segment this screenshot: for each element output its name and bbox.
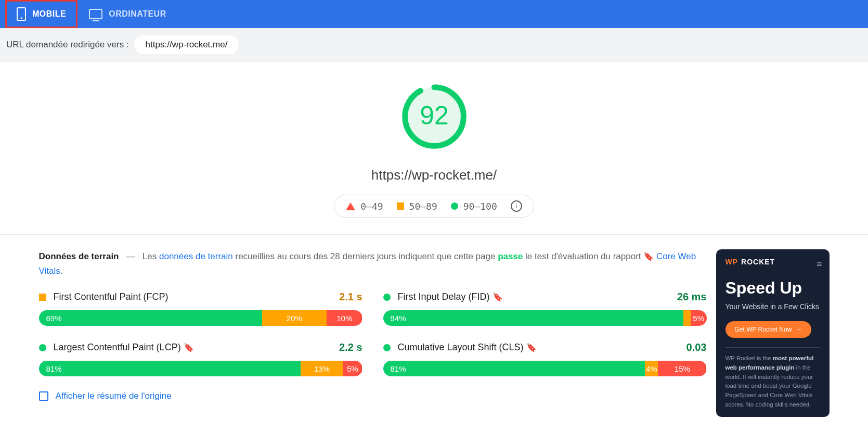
metric-fid: First Input Delay (FID) 🔖 26 ms 94% 5% bbox=[383, 291, 707, 326]
metric-fcp: First Contentful Paint (FCP) 2.1 s 69% 2… bbox=[39, 291, 362, 326]
preview-brand: WP ROCKET bbox=[726, 258, 820, 266]
tab-mobile-label: MOBILE bbox=[32, 9, 66, 19]
bookmark-icon: 🔖 bbox=[184, 343, 194, 352]
field-data-section: Données de terrain — Les données de terr… bbox=[34, 235, 835, 417]
redirect-bar: URL demandée redirigée vers : https://wp… bbox=[0, 28, 868, 62]
metric-fid-value: 26 ms bbox=[677, 291, 707, 303]
field-data-intro: Données de terrain — Les données de terr… bbox=[39, 249, 707, 278]
score-value: 92 bbox=[420, 101, 448, 130]
tested-url: https://wp-rocket.me/ bbox=[0, 167, 868, 183]
mobile-icon bbox=[17, 7, 26, 21]
metric-lcp: Largest Contentful Paint (LCP) 🔖 2.2 s 8… bbox=[39, 341, 362, 376]
legend-low: 0–49 bbox=[360, 201, 383, 212]
metric-fcp-value: 2.1 s bbox=[339, 291, 362, 303]
checkbox-icon bbox=[39, 391, 48, 401]
preview-desc: WP Rocket is the most powerful web perfo… bbox=[726, 354, 820, 410]
device-tabs: MOBILE ORDINATEUR bbox=[0, 0, 868, 28]
info-icon[interactable]: i bbox=[511, 200, 522, 212]
metric-fcp-bar: 69% 20% 10% bbox=[39, 310, 362, 326]
metric-cls: Cumulative Layout Shift (CLS) 🔖 0.03 81%… bbox=[383, 341, 707, 376]
arrow-icon: → bbox=[796, 326, 802, 333]
score-legend: 0–49 50–89 90–100 i bbox=[334, 195, 534, 218]
circle-icon bbox=[383, 294, 391, 301]
legend-high: 90–100 bbox=[463, 201, 497, 212]
metric-cls-name: Cumulative Layout Shift (CLS) 🔖 bbox=[398, 342, 679, 353]
legend-mid: 50–89 bbox=[409, 201, 437, 212]
origin-summary-label: Afficher le résumé de l'origine bbox=[56, 391, 172, 401]
preview-sub: Your Website in a Few Clicks bbox=[726, 302, 820, 312]
redirect-label: URL demandée redirigée vers : bbox=[6, 40, 129, 50]
menu-icon: ≡ bbox=[817, 259, 822, 270]
circle-icon bbox=[39, 344, 46, 351]
metric-lcp-value: 2.2 s bbox=[339, 341, 362, 353]
score-gauge: 92 bbox=[400, 83, 468, 150]
triangle-icon bbox=[346, 202, 355, 210]
origin-summary-toggle[interactable]: Afficher le résumé de l'origine bbox=[39, 391, 707, 401]
preview-cta: Get WP Rocket Now→ bbox=[726, 321, 812, 338]
metrics-grid: First Contentful Paint (FCP) 2.1 s 69% 2… bbox=[39, 291, 707, 376]
metric-fid-bar: 94% 5% bbox=[383, 310, 707, 326]
tab-desktop[interactable]: ORDINATEUR bbox=[77, 0, 177, 28]
score-section: 92 https://wp-rocket.me/ 0–49 50–89 90–1… bbox=[0, 62, 868, 235]
bookmark-icon: 🔖 bbox=[643, 252, 654, 261]
pass-status: passe bbox=[498, 251, 523, 261]
preview-headline: Speed Up bbox=[726, 278, 820, 298]
redirect-url: https://wp-rocket.me/ bbox=[134, 35, 239, 54]
page-preview: WP ROCKET ≡ Speed Up Your Website in a F… bbox=[716, 249, 830, 417]
circle-icon bbox=[451, 202, 458, 210]
metric-fid-name: First Input Delay (FID) 🔖 bbox=[398, 291, 670, 302]
circle-icon bbox=[383, 344, 391, 351]
bookmark-icon: 🔖 bbox=[526, 343, 537, 352]
metric-cls-value: 0.03 bbox=[686, 341, 707, 353]
tab-desktop-label: ORDINATEUR bbox=[109, 9, 166, 19]
field-data-link[interactable]: données de terrain bbox=[159, 251, 233, 261]
tab-mobile[interactable]: MOBILE bbox=[5, 0, 77, 28]
metric-lcp-name: Largest Contentful Paint (LCP) 🔖 bbox=[54, 342, 332, 353]
bookmark-icon: 🔖 bbox=[493, 293, 503, 301]
metric-lcp-bar: 81% 13% 5% bbox=[39, 361, 362, 376]
metric-fcp-name: First Contentful Paint (FCP) bbox=[54, 291, 332, 302]
desktop-icon bbox=[89, 9, 102, 19]
metric-cls-bar: 81% 4% 15% bbox=[383, 361, 707, 376]
intro-title: Données de terrain bbox=[39, 251, 119, 261]
square-icon bbox=[39, 294, 46, 301]
square-icon bbox=[397, 202, 404, 210]
